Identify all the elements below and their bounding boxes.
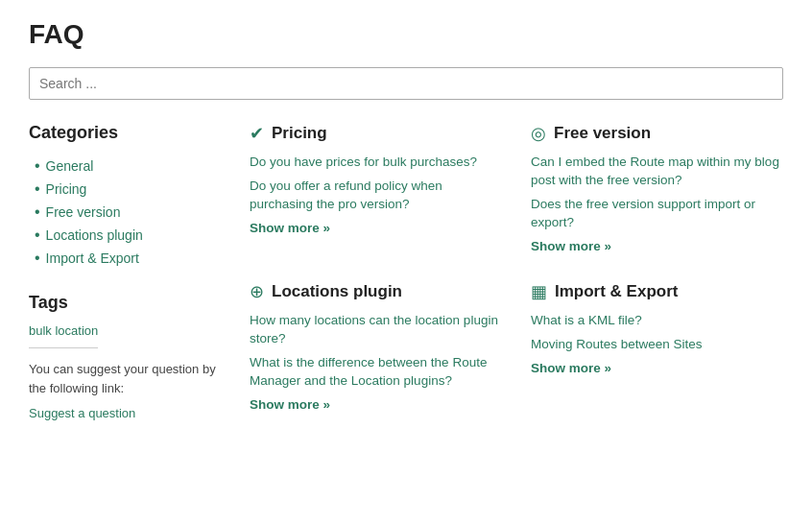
category-free-version-title: Free version bbox=[554, 124, 651, 143]
list-item: How many locations can the location plug… bbox=[250, 312, 502, 348]
list-item: Import & Export bbox=[35, 247, 230, 270]
search-input[interactable] bbox=[29, 67, 783, 100]
category-pricing-header: Pricing bbox=[250, 123, 502, 144]
page-title: FAQ bbox=[29, 19, 783, 50]
list-item: Free version bbox=[35, 201, 230, 224]
category-import-export-title: Import & Export bbox=[555, 282, 678, 301]
sidebar-item-general[interactable]: General bbox=[46, 158, 94, 174]
category-free-version: Free version Can I embed the Route map w… bbox=[531, 123, 783, 262]
main-layout: Categories General Pricing Free version … bbox=[29, 123, 783, 420]
list-item: What is the difference between the Route… bbox=[250, 354, 502, 391]
list-item: Moving Routes between Sites bbox=[531, 336, 783, 354]
tags-section: Tags bulk location bbox=[29, 293, 230, 360]
sidebar-item-pricing[interactable]: Pricing bbox=[46, 181, 87, 197]
import-export-show-more[interactable]: Show more » bbox=[531, 361, 611, 375]
tag-bulk-location[interactable]: bulk location bbox=[29, 323, 98, 348]
list-item: Does the free version support import or … bbox=[531, 196, 783, 232]
category-free-version-header: Free version bbox=[531, 123, 783, 144]
sidebar-item-locations-plugin[interactable]: Locations plugin bbox=[46, 227, 143, 243]
pricing-show-more[interactable]: Show more » bbox=[250, 221, 330, 235]
suggest-text: You can suggest your question by the fol… bbox=[29, 360, 230, 397]
import-export-question-1[interactable]: What is a KML file? bbox=[531, 313, 642, 327]
category-pricing-title: Pricing bbox=[272, 124, 327, 143]
locations-plugin-links: How many locations can the location plug… bbox=[250, 312, 502, 391]
box-icon bbox=[531, 281, 547, 302]
sidebar-item-import-export[interactable]: Import & Export bbox=[46, 250, 139, 266]
category-import-export-header: Import & Export bbox=[531, 281, 783, 302]
list-item: Can I embed the Route map within my blog… bbox=[531, 154, 783, 190]
suggest-question-link[interactable]: Suggest a question bbox=[29, 406, 135, 420]
list-item: Do you have prices for bulk purchases? bbox=[250, 154, 502, 172]
pricing-question-2[interactable]: Do you offer a refund policy when purcha… bbox=[250, 179, 442, 211]
spiral-icon bbox=[531, 123, 546, 144]
list-item: General bbox=[35, 155, 230, 178]
list-item: Locations plugin bbox=[35, 224, 230, 247]
free-version-question-2[interactable]: Does the free version support import or … bbox=[531, 197, 755, 229]
checkmark-icon bbox=[250, 123, 264, 144]
sidebar: Categories General Pricing Free version … bbox=[29, 123, 230, 420]
sidebar-item-free-version[interactable]: Free version bbox=[46, 204, 121, 220]
free-version-show-more[interactable]: Show more » bbox=[531, 239, 611, 253]
import-export-question-2[interactable]: Moving Routes between Sites bbox=[531, 337, 703, 351]
locations-question-1[interactable]: How many locations can the location plug… bbox=[250, 313, 498, 345]
categories-heading: Categories bbox=[29, 123, 230, 143]
category-locations-plugin-header: Locations plugin bbox=[250, 281, 502, 302]
pricing-question-1[interactable]: Do you have prices for bulk purchases? bbox=[250, 155, 477, 169]
list-item: Do you offer a refund policy when purcha… bbox=[250, 178, 502, 214]
pricing-links: Do you have prices for bulk purchases? D… bbox=[250, 154, 502, 214]
category-pricing: Pricing Do you have prices for bulk purc… bbox=[250, 123, 502, 262]
free-version-question-1[interactable]: Can I embed the Route map within my blog… bbox=[531, 155, 779, 187]
tags-heading: Tags bbox=[29, 293, 230, 313]
locations-show-more[interactable]: Show more » bbox=[250, 397, 330, 412]
search-bar bbox=[29, 67, 783, 100]
list-item: Pricing bbox=[35, 178, 230, 201]
list-item: What is a KML file? bbox=[531, 312, 783, 330]
search-icon bbox=[250, 281, 264, 302]
content-area: Pricing Do you have prices for bulk purc… bbox=[250, 123, 783, 420]
category-locations-plugin-title: Locations plugin bbox=[272, 282, 402, 301]
category-locations-plugin: Locations plugin How many locations can … bbox=[250, 281, 502, 420]
free-version-links: Can I embed the Route map within my blog… bbox=[531, 154, 783, 232]
import-export-links: What is a KML file? Moving Routes betwee… bbox=[531, 312, 783, 354]
locations-question-2[interactable]: What is the difference between the Route… bbox=[250, 355, 487, 388]
category-import-export: Import & Export What is a KML file? Movi… bbox=[531, 281, 783, 420]
categories-list: General Pricing Free version Locations p… bbox=[29, 155, 230, 270]
